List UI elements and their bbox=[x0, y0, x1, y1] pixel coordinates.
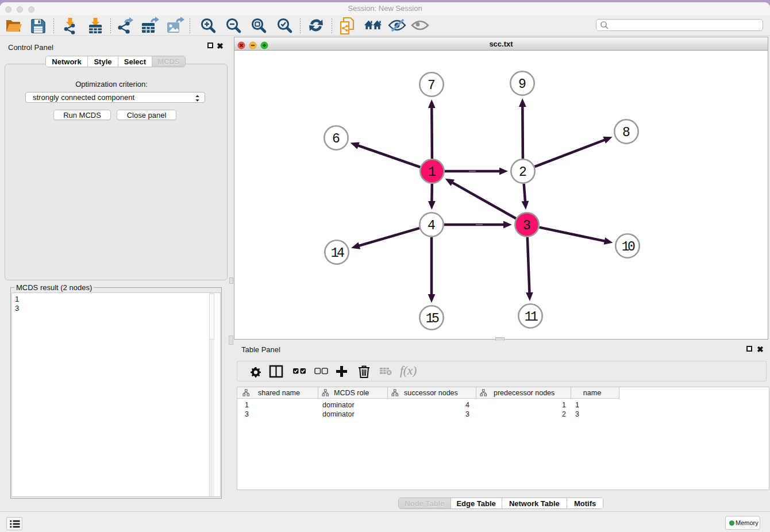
svg-text:6: 6 bbox=[332, 132, 340, 147]
svg-text:10: 10 bbox=[622, 240, 635, 255]
svg-text:1: 1 bbox=[428, 165, 436, 180]
svg-text:2: 2 bbox=[519, 165, 527, 180]
svg-text:7: 7 bbox=[428, 78, 436, 93]
svg-text:4: 4 bbox=[428, 218, 436, 233]
svg-text:14: 14 bbox=[331, 246, 344, 261]
svg-text:11: 11 bbox=[525, 310, 538, 325]
svg-text:3: 3 bbox=[523, 218, 531, 233]
svg-text:f(x): f(x) bbox=[400, 364, 417, 377]
svg-text:8: 8 bbox=[622, 125, 630, 140]
svg-text:9: 9 bbox=[518, 77, 526, 92]
svg-text:15: 15 bbox=[426, 311, 439, 326]
